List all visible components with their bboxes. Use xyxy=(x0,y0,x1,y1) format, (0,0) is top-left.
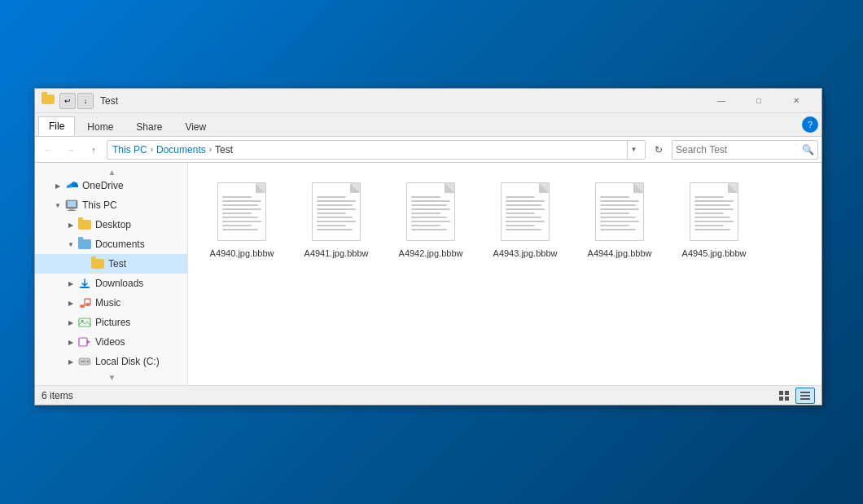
file-item[interactable]: A4944.jpg.bbbw xyxy=(579,176,660,262)
svg-rect-21 xyxy=(800,392,810,393)
close-button[interactable]: ✕ xyxy=(778,89,815,113)
file-line xyxy=(694,221,734,222)
address-bar[interactable]: This PC › Documents › Test ▼ xyxy=(107,140,646,160)
file-line xyxy=(600,229,636,230)
sidebar-item-pictures[interactable]: ▶ Pictures xyxy=(35,313,187,332)
crumb-this-pc[interactable]: This PC xyxy=(112,144,147,156)
file-name: A4940.jpg.bbbw xyxy=(210,248,274,259)
help-button[interactable]: ? xyxy=(802,116,818,133)
svg-point-6 xyxy=(85,303,90,306)
view-buttons xyxy=(774,388,815,404)
expand-documents-icon: ▼ xyxy=(64,238,77,251)
localdisk-label: Local Disk (C:) xyxy=(95,356,160,367)
status-bar: 6 items xyxy=(35,385,821,405)
file-line xyxy=(694,217,730,218)
main-area: ▲ ▶ OneDrive ▼ This PC ▶ xyxy=(35,163,821,385)
tab-home[interactable]: Home xyxy=(77,117,124,136)
file-line xyxy=(694,196,724,198)
file-lines xyxy=(506,196,545,230)
file-line xyxy=(411,221,450,222)
file-name: A4941.jpg.bbbw xyxy=(304,248,369,259)
sidebar-item-localdisk[interactable]: ▶ Local Disk (C:) xyxy=(35,352,187,371)
crumb-documents[interactable]: Documents xyxy=(156,144,206,156)
svg-rect-3 xyxy=(68,210,76,211)
documents-label: Documents xyxy=(95,239,145,250)
expand-pictures-icon: ▶ xyxy=(64,316,77,329)
item-count: 6 items xyxy=(42,390,73,401)
list-view-button[interactable] xyxy=(795,388,815,404)
file-line xyxy=(222,196,252,198)
search-input[interactable] xyxy=(676,144,802,156)
address-bar-row: ← → ↑ This PC › Documents › Test ▼ ↻ 🔍 xyxy=(35,137,821,163)
file-line xyxy=(506,225,535,226)
svg-rect-22 xyxy=(800,395,810,397)
tab-file[interactable]: File xyxy=(38,116,75,136)
file-item[interactable]: A4943.jpg.bbbw xyxy=(484,176,566,262)
window-title: Test xyxy=(97,95,703,107)
grid-view-button[interactable] xyxy=(774,388,794,404)
search-box: 🔍 xyxy=(672,140,818,160)
quick-access-btn-1[interactable]: ↩ xyxy=(59,93,76,109)
file-icon-wrapper xyxy=(307,179,366,244)
maximize-button[interactable]: □ xyxy=(740,89,778,113)
up-button[interactable]: ↑ xyxy=(84,140,103,160)
file-line xyxy=(506,208,545,210)
file-item[interactable]: A4942.jpg.bbbw xyxy=(390,176,471,262)
file-line xyxy=(222,225,252,226)
minimize-button[interactable]: — xyxy=(703,89,740,113)
expand-downloads-icon: ▶ xyxy=(64,277,77,290)
file-lines xyxy=(317,196,356,230)
file-line xyxy=(317,204,353,206)
file-item[interactable]: A4945.jpg.bbbw xyxy=(673,176,755,262)
file-line xyxy=(600,196,629,198)
sidebar-item-music[interactable]: ▶ Music xyxy=(35,293,187,313)
file-line xyxy=(694,200,734,202)
search-icon[interactable]: 🔍 xyxy=(802,144,814,156)
sidebar-item-documents[interactable]: ▼ Documents xyxy=(35,234,187,254)
quick-access-btn-2[interactable]: ↓ xyxy=(77,93,94,109)
address-dropdown-button[interactable]: ▼ xyxy=(627,140,640,160)
forward-button[interactable]: → xyxy=(61,140,81,160)
title-bar-folder-icon xyxy=(42,93,55,106)
svg-rect-2 xyxy=(69,208,74,210)
file-line xyxy=(506,221,545,222)
ribbon: File Home Share View ? xyxy=(35,113,821,137)
back-button[interactable]: ← xyxy=(38,140,58,160)
tab-share[interactable]: Share xyxy=(125,117,173,136)
file-line xyxy=(411,229,447,230)
sidebar-item-onedrive[interactable]: ▶ OneDrive xyxy=(35,176,187,195)
sidebar-item-desktop[interactable]: ▶ Desktop xyxy=(35,215,187,234)
file-line xyxy=(317,217,353,218)
sidebar-item-test[interactable]: Test xyxy=(35,254,187,274)
file-line xyxy=(222,221,261,222)
file-icon xyxy=(501,182,550,241)
file-line xyxy=(411,217,447,218)
file-name: A4944.jpg.bbbw xyxy=(588,248,652,259)
file-line xyxy=(222,229,258,230)
file-line xyxy=(506,229,541,230)
file-icon xyxy=(690,182,738,241)
sidebar-item-videos[interactable]: ▶ Videos xyxy=(35,332,187,352)
file-line xyxy=(222,200,261,202)
expand-onedrive-icon: ▶ xyxy=(51,179,64,192)
file-name: A4943.jpg.bbbw xyxy=(493,248,558,259)
file-line xyxy=(411,208,450,210)
file-lines xyxy=(600,196,639,230)
videos-icon xyxy=(77,335,92,348)
file-lines xyxy=(222,196,261,230)
refresh-button[interactable]: ↻ xyxy=(649,140,668,160)
file-item[interactable]: A4941.jpg.bbbw xyxy=(296,176,377,262)
crumb-sep-1: › xyxy=(151,145,153,154)
file-line xyxy=(694,229,730,230)
expand-localdisk-icon: ▶ xyxy=(64,355,77,368)
svg-point-5 xyxy=(80,305,85,308)
tab-view[interactable]: View xyxy=(174,117,217,136)
thispc-icon xyxy=(64,199,79,212)
file-icon xyxy=(406,182,455,241)
sidebar-item-downloads[interactable]: ▶ Downloads xyxy=(35,274,187,293)
svg-rect-23 xyxy=(800,398,810,400)
file-line xyxy=(317,200,356,202)
sidebar-item-thispc[interactable]: ▼ This PC xyxy=(35,195,187,215)
file-icon-wrapper xyxy=(212,179,271,244)
file-item[interactable]: A4940.jpg.bbbw xyxy=(201,176,283,262)
